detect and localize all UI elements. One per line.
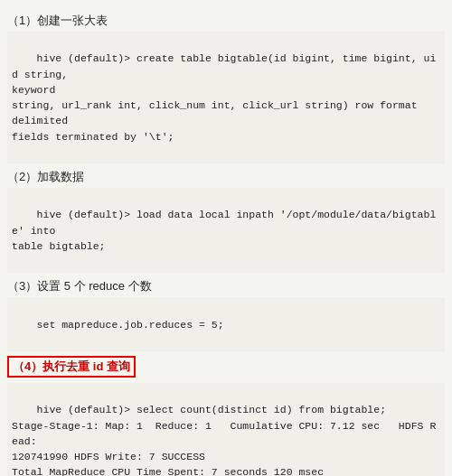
section-2-heading: （2）加载数据 bbox=[7, 169, 445, 185]
section-2-code: hive (default)> load data local inpath '… bbox=[7, 188, 445, 273]
section-4-heading: （4）执行去重 id 查询 bbox=[7, 356, 136, 378]
section-1-heading: （1）创建一张大表 bbox=[7, 13, 445, 29]
section-4-code: hive (default)> select count(distinct id… bbox=[7, 383, 445, 476]
section-3-code: set mapreduce.job.reduces = 5; bbox=[7, 297, 445, 351]
section-3-heading: （3）设置 5 个 reduce 个数 bbox=[7, 278, 445, 294]
section-1-code: hive (default)> create table bigtable(id… bbox=[7, 32, 445, 163]
page-container: （1）创建一张大表 hive (default)> create table b… bbox=[0, 0, 452, 476]
section-4-row: （4）执行去重 id 查询 bbox=[7, 356, 445, 380]
